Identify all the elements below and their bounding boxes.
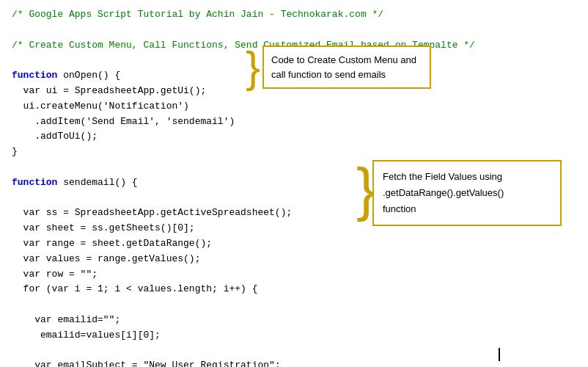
- code-line-12-rest: sendemail() {: [57, 177, 137, 188]
- curly-brace-annotation-1: }: [246, 46, 260, 90]
- text-cursor: [499, 348, 500, 361]
- code-blank-1: [12, 23, 576, 38]
- code-blank-5: [12, 297, 576, 313]
- code-line-5-rest: onOpen() {: [57, 70, 120, 81]
- code-line-21: var emailid="";: [12, 313, 576, 328]
- keyword-function-1: function: [12, 70, 57, 81]
- code-line-10: }: [12, 145, 576, 160]
- annotation-2-line1: Fetch the Field Values using: [383, 169, 551, 185]
- code-line-8: .addItem('Send Email', 'sendemail'): [12, 115, 576, 130]
- code-line-16: var range = sheet.getDataRange();: [12, 236, 576, 252]
- code-line-18: var row = "";: [12, 267, 576, 283]
- code-line-9: .addToUi();: [12, 129, 576, 145]
- annotation-2-line4: function: [383, 201, 551, 217]
- code-blank-6: [12, 344, 576, 359]
- keyword-function-2: function: [12, 177, 57, 188]
- annotation-box-1: Code to Create Custom Menu and call func…: [262, 46, 431, 89]
- code-line-7: ui.createMenu('Notification'): [12, 99, 576, 115]
- code-line-17: var values = range.getValues();: [12, 252, 576, 267]
- code-line-24: var emailSubject = "New User Registratio…: [12, 358, 576, 367]
- code-comment-1: /* Google Apps Script Tutorial by Achin …: [12, 7, 576, 23]
- code-line-19: for (var i = 1; i < values.length; i++) …: [12, 282, 576, 297]
- annotation-box-2: Fetch the Field Values using .getDataRan…: [372, 160, 562, 226]
- annotation-1-text: Code to Create Custom Menu and call func…: [271, 54, 416, 80]
- code-line-22: emailid=values[i][0];: [12, 328, 576, 344]
- annotation-2-line2: .getDataRange().getValues(): [383, 185, 551, 201]
